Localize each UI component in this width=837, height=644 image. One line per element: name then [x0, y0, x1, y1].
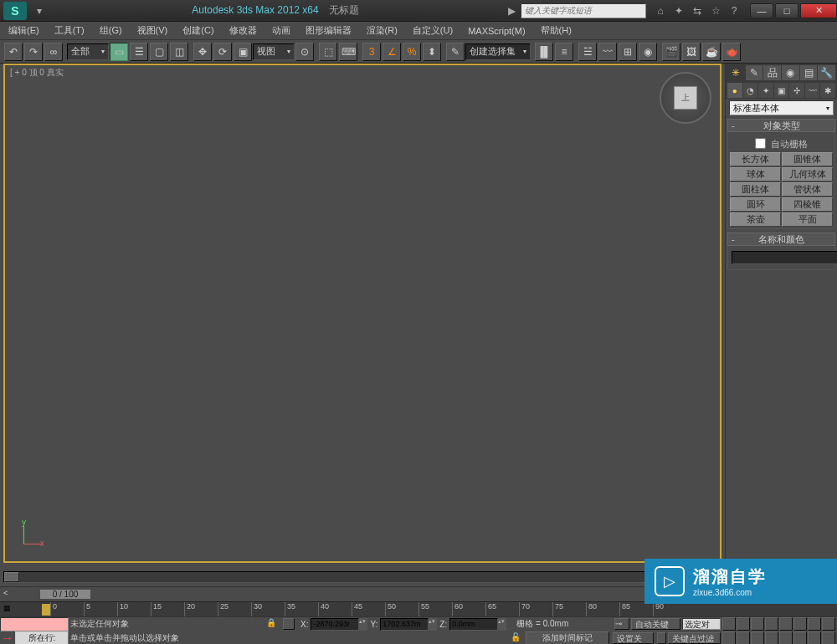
viewcube[interactable]: 上 — [660, 72, 711, 124]
search-go-icon[interactable]: ▶ — [504, 3, 519, 18]
subtab-systems[interactable]: ✱ — [820, 83, 835, 98]
listener-row-button[interactable]: 所在行: — [15, 631, 69, 644]
spinner-snap-icon[interactable]: ⬍ — [423, 43, 441, 61]
edit-selection-set-icon[interactable]: ✎ — [446, 43, 465, 61]
subtab-shapes[interactable]: ◔ — [743, 83, 758, 98]
keyboard-icon[interactable]: ⌨ — [339, 43, 357, 61]
window-crossing-icon[interactable]: ◫ — [170, 43, 188, 61]
undo-icon[interactable]: ↶ — [4, 43, 23, 61]
layer-manager-icon[interactable]: ☱ — [578, 43, 597, 61]
zoom-extents-icon[interactable] — [822, 617, 835, 631]
scrollbar-thumb[interactable] — [4, 572, 19, 582]
help-search-input[interactable] — [521, 3, 646, 18]
tab-modify[interactable]: ✎ — [746, 65, 763, 80]
lock-icon[interactable]: 🔒 — [266, 618, 278, 630]
primitive-torus[interactable]: 圆环 — [730, 197, 781, 212]
render-icon[interactable]: ☕ — [702, 43, 721, 61]
select-region-icon[interactable]: ▢ — [150, 43, 168, 61]
primitive-pyramid[interactable]: 四棱锥 — [782, 197, 833, 212]
x-spinner[interactable]: ▴▾ — [359, 618, 367, 631]
maxscript-mini-listener[interactable] — [0, 617, 69, 631]
auto-grid-checkbox[interactable] — [755, 138, 766, 149]
primitive-cone[interactable]: 圆锥体 — [782, 152, 833, 166]
primitive-box[interactable]: 长方体 — [730, 152, 781, 166]
menu-create[interactable]: 创建(C) — [182, 24, 213, 37]
tab-motion[interactable]: ◉ — [782, 65, 799, 80]
selection-lock-icon[interactable]: 🔓 — [511, 632, 522, 644]
time-slider-lock-icon[interactable]: ▦ — [3, 604, 15, 616]
pan-icon[interactable] — [793, 617, 807, 631]
angle-snap-icon[interactable]: ∠ — [383, 43, 401, 61]
z-input[interactable] — [449, 618, 498, 631]
scale-icon[interactable]: ▣ — [234, 43, 252, 61]
coord-mode-icon[interactable] — [283, 618, 295, 630]
tab-display[interactable]: ▤ — [800, 65, 818, 80]
primitive-cylinder[interactable]: 圆柱体 — [730, 182, 781, 197]
menu-help[interactable]: 帮助(H) — [541, 24, 572, 37]
prev-frame-icon[interactable] — [737, 617, 750, 631]
key-mode-icon[interactable] — [657, 632, 666, 644]
timeline-config-icon[interactable]: < — [3, 589, 15, 601]
move-icon[interactable]: ✥ — [193, 43, 212, 61]
subtab-geometry[interactable]: ● — [727, 83, 742, 98]
mirror-icon[interactable]: ▐▌ — [535, 43, 553, 61]
time-config-icon[interactable] — [722, 631, 736, 644]
teapot-icon[interactable]: 🫖 — [722, 43, 741, 61]
nav4-icon[interactable] — [822, 631, 835, 644]
play-icon[interactable] — [751, 617, 764, 631]
add-time-tag-button[interactable]: 添加时间标记 — [526, 631, 609, 644]
zoom-icon[interactable] — [808, 617, 821, 631]
favorite-icon[interactable]: ☆ — [708, 3, 723, 18]
max-toggle-icon[interactable] — [779, 631, 793, 644]
goto-start-icon[interactable] — [722, 617, 736, 631]
help-icon[interactable]: ? — [727, 3, 742, 18]
menu-view[interactable]: 视图(V) — [137, 24, 168, 37]
close-button[interactable]: ✕ — [800, 3, 837, 18]
maximize-button[interactable]: □ — [775, 3, 798, 18]
nav3-icon[interactable] — [808, 631, 821, 644]
material-editor-icon[interactable]: ◉ — [639, 43, 657, 61]
key-icon[interactable]: ⊸ — [614, 618, 629, 630]
ref-coord-dropdown[interactable]: 视图▾ — [253, 43, 295, 60]
fov-icon[interactable] — [751, 631, 764, 644]
y-spinner[interactable]: ▴▾ — [429, 618, 437, 631]
manipulate-icon[interactable]: ⬚ — [319, 43, 337, 61]
object-name-input[interactable] — [732, 251, 837, 264]
horizontal-scrollbar[interactable]: ▶ — [3, 571, 721, 583]
menu-edit[interactable]: 编辑(E) — [8, 24, 39, 37]
z-spinner[interactable]: ▴▾ — [498, 618, 506, 631]
tab-hierarchy[interactable]: 品 — [763, 65, 781, 80]
menu-rendering[interactable]: 渲染(R) — [367, 24, 398, 37]
selected-objects-dropdown[interactable]: 选定对象 — [682, 618, 721, 630]
orbit-icon[interactable] — [737, 631, 750, 644]
tool-icon[interactable]: ✦ — [671, 3, 686, 18]
link-icon[interactable]: ∞ — [44, 43, 63, 61]
subtab-space-warps[interactable]: 〰 — [805, 83, 820, 98]
menu-group[interactable]: 组(G) — [100, 24, 122, 37]
subtab-cameras[interactable]: ▣ — [774, 83, 789, 98]
rollout-header-namecolor[interactable]: -名称和颜色 — [727, 233, 835, 246]
exchange-icon[interactable]: ⇆ — [690, 3, 705, 18]
named-selection-dropdown[interactable]: 创建选择集▾ — [465, 43, 531, 60]
tab-utilities[interactable]: 🔧 — [818, 65, 835, 80]
minimize-button[interactable]: — — [750, 3, 773, 18]
primitive-teapot[interactable]: 茶壶 — [730, 212, 781, 227]
pivot-icon[interactable]: ⊙ — [295, 43, 314, 61]
rendered-frame-icon[interactable]: 🖼 — [682, 43, 701, 61]
viewcube-face[interactable]: 上 — [674, 86, 697, 110]
rotate-icon[interactable]: ⟳ — [213, 43, 232, 61]
zoom-region-icon[interactable] — [765, 631, 778, 644]
primitive-geosphere[interactable]: 几何球体 — [782, 167, 833, 181]
viewport[interactable]: [ + 0 顶 0 真实 上 y x — [3, 64, 721, 563]
primitive-sphere[interactable]: 球体 — [730, 167, 781, 181]
menu-graph-editors[interactable]: 图形编辑器 — [306, 24, 352, 37]
subtab-lights[interactable]: ✦ — [758, 83, 773, 98]
rollout-header-objtype[interactable]: -对象类型 — [727, 119, 835, 132]
dropdown-icon[interactable]: ▾ — [32, 3, 47, 18]
menu-modifiers[interactable]: 修改器 — [229, 24, 257, 37]
key-filters-button[interactable]: 关键点过滤器... — [668, 632, 721, 644]
auto-key-button[interactable]: 自动关键点 — [631, 618, 681, 630]
primitive-tube[interactable]: 管状体 — [782, 182, 833, 197]
x-input[interactable] — [311, 618, 359, 631]
time-slider[interactable] — [42, 604, 50, 616]
